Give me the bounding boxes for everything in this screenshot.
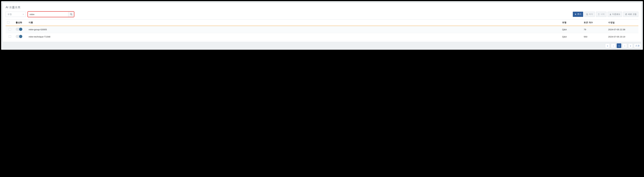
svg-point-0 <box>70 14 72 15</box>
page-last-button[interactable]: » <box>628 43 633 48</box>
svg-line-1 <box>72 15 72 15</box>
refresh-icon <box>625 14 627 15</box>
table-row[interactable]: mitre-technique-T1548 Q&A 550 2024-07-05… <box>6 33 638 40</box>
trash-icon <box>598 14 600 15</box>
search-button[interactable] <box>68 12 74 17</box>
cell-name: mitre-technique-T1548 <box>27 33 561 40</box>
download-icon <box>610 14 611 15</box>
download-button[interactable]: 다운로드 <box>608 12 622 17</box>
ai-prompt-panel: AI 프롬프트 유형 <box>2 3 642 42</box>
search-icon <box>70 13 72 16</box>
copy-icon <box>586 14 588 15</box>
prompt-table: 활성화 이름 유형 토큰 개수 수정일 mitre-group-G0005 Q&… <box>6 19 638 40</box>
cell-modified: 2024-07-05 22:38 <box>607 26 638 33</box>
panel-title: AI 프롬프트 <box>6 3 638 11</box>
col-header-type: 유형 <box>561 20 582 26</box>
col-header-active: 활성화 <box>14 20 27 26</box>
page-next-button[interactable]: › <box>622 43 627 48</box>
svg-rect-2 <box>586 14 588 15</box>
chevron-double-left-icon: « <box>607 45 608 47</box>
page-first-button[interactable]: « <box>605 43 610 48</box>
search-field-wrap <box>28 11 74 17</box>
active-toggle[interactable] <box>16 35 22 38</box>
row-checkbox[interactable] <box>9 28 11 30</box>
delete-button-label: 삭제 <box>600 13 604 16</box>
cell-type: Q&A <box>561 26 582 33</box>
cell-tokens: 79 <box>582 26 607 33</box>
cell-modified: 2024-07-05 23:19 <box>607 33 638 40</box>
active-toggle[interactable] <box>16 28 22 31</box>
col-header-tokens: 토큰 개수 <box>582 20 607 26</box>
copy-button-label: 복제 <box>589 13 593 16</box>
row-checkbox[interactable] <box>9 35 11 38</box>
type-filter-placeholder: 유형 <box>8 13 12 16</box>
table-row[interactable]: mitre-group-G0005 Q&A 79 2024-07-05 22:3… <box>6 26 638 33</box>
chevron-right-icon: › <box>624 45 625 47</box>
cell-type: Q&A <box>561 33 582 40</box>
page-number-current[interactable]: 1 <box>617 43 621 48</box>
plus-icon <box>575 14 576 15</box>
cell-tokens: 550 <box>582 33 607 40</box>
cell-name: mitre-group-G0005 <box>27 26 561 33</box>
add-button-label: 추가 <box>577 13 581 16</box>
chevron-left-icon: ‹ <box>613 45 614 47</box>
col-header-modified: 수정일 <box>607 20 638 26</box>
pagination: « ‹ 1 › » 2 건 <box>2 42 642 48</box>
download-button-label: 다운로드 <box>612 13 620 16</box>
copy-button[interactable]: 복제 <box>584 12 595 17</box>
chevron-double-right-icon: » <box>630 45 631 47</box>
col-header-name: 이름 <box>27 20 561 26</box>
svg-rect-3 <box>587 14 588 15</box>
chevron-down-icon <box>22 14 24 15</box>
add-button[interactable]: 추가 <box>573 12 583 17</box>
delete-button[interactable]: 삭제 <box>596 12 606 17</box>
refresh-button[interactable]: 새로 고침 <box>623 12 638 17</box>
type-filter-select[interactable]: 유형 <box>6 12 26 17</box>
search-input[interactable] <box>28 12 68 17</box>
toolbar: 유형 <box>6 11 638 19</box>
record-count: 2 건 <box>634 43 641 48</box>
select-all-checkbox[interactable] <box>7 21 9 24</box>
page-prev-button[interactable]: ‹ <box>611 43 616 48</box>
refresh-button-label: 새로 고침 <box>628 13 636 16</box>
